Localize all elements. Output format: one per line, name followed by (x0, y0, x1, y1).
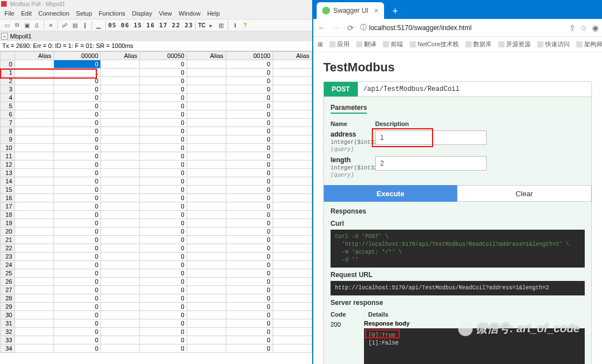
grid-cell[interactable] (273, 286, 312, 294)
menu-connection[interactable]: Connection (36, 9, 72, 18)
grid-cell[interactable] (101, 278, 140, 286)
grid-cell[interactable] (15, 127, 54, 135)
menu-view[interactable]: View (157, 9, 174, 18)
grid-cell[interactable] (101, 194, 140, 202)
profile-icon[interactable]: ◉ (592, 23, 599, 32)
grid-cell[interactable]: 0 (54, 161, 100, 169)
grid-cell[interactable]: 25 (1, 269, 15, 278)
operation-header[interactable]: POST /api/TestModbus/ReadCoil (323, 81, 592, 97)
menu-functions[interactable]: Functions (96, 9, 128, 18)
grid-cell[interactable]: 0 (140, 244, 187, 253)
grid-cell[interactable] (187, 85, 226, 94)
grid-cell[interactable] (101, 161, 140, 169)
grid-cell[interactable]: 0 (226, 94, 273, 102)
grid-cell[interactable] (15, 85, 54, 94)
grid-cell[interactable] (187, 211, 226, 219)
bookmark-item[interactable]: 前端 (383, 40, 403, 48)
grid-cell[interactable] (273, 344, 312, 353)
grid-cell[interactable]: 19 (1, 219, 15, 227)
grid-cell[interactable] (273, 219, 312, 227)
grid-cell[interactable] (15, 261, 54, 269)
grid-cell[interactable] (187, 336, 226, 344)
about-icon[interactable]: ℹ (231, 21, 240, 30)
grid-cell[interactable] (187, 261, 226, 269)
grid-cell[interactable]: 0 (226, 202, 273, 211)
grid-cell[interactable]: 0 (226, 60, 273, 69)
grid-cell[interactable]: 0 (140, 294, 187, 303)
grid-cell[interactable] (273, 269, 312, 278)
grid-cell[interactable]: 0 (140, 60, 187, 69)
grid-cell[interactable] (187, 186, 226, 194)
grid-cell[interactable] (187, 328, 226, 336)
grid-cell[interactable] (15, 152, 54, 161)
log-icon[interactable]: ▥ (217, 21, 226, 30)
length-input[interactable] (375, 156, 487, 171)
grid-cell[interactable]: 3 (1, 85, 15, 94)
toolbar-fcodes[interactable]: 05 06 15 16 17 22 23 (108, 22, 193, 29)
grid-cell[interactable] (187, 294, 226, 303)
grid-cell[interactable] (101, 319, 140, 328)
grid-cell[interactable]: 0 (54, 60, 100, 69)
grid-cell[interactable] (101, 77, 140, 85)
grid-cell[interactable] (101, 110, 140, 119)
grid-cell[interactable] (101, 152, 140, 161)
grid-cell[interactable] (15, 194, 54, 202)
grid-cell[interactable]: 29 (1, 303, 15, 311)
grid-cell[interactable]: 34 (1, 344, 15, 353)
tab-close-icon[interactable]: × (374, 6, 378, 15)
grid-cell[interactable]: 0 (140, 85, 187, 94)
grid-cell[interactable]: 1 (54, 69, 100, 77)
grid-cell[interactable] (273, 294, 312, 303)
grid-cell[interactable] (15, 303, 54, 311)
grid-cell[interactable]: 28 (1, 294, 15, 303)
grid-cell[interactable]: 0 (140, 328, 187, 336)
grid-cell[interactable]: 0 (140, 311, 187, 319)
grid-cell[interactable] (273, 169, 312, 177)
grid-cell[interactable] (15, 286, 54, 294)
grid-cell[interactable] (187, 236, 226, 244)
grid-cell[interactable]: 0 (54, 319, 100, 328)
menu-file[interactable]: File (2, 9, 17, 18)
grid-cell[interactable]: 0 (54, 77, 100, 85)
grid-cell[interactable]: 0 (140, 211, 187, 219)
grid-cell[interactable]: 0 (226, 269, 273, 278)
grid-cell[interactable]: 12 (1, 161, 15, 169)
grid-cell[interactable]: 0 (140, 336, 187, 344)
address-input[interactable] (375, 130, 487, 145)
grid-cell[interactable]: 30 (1, 311, 15, 319)
grid-cell[interactable] (187, 69, 226, 77)
grid-cell[interactable] (15, 311, 54, 319)
grid-cell[interactable]: 0 (54, 336, 100, 344)
grid-cell[interactable]: 6 (1, 110, 15, 119)
grid-cell[interactable] (273, 227, 312, 236)
grid-cell[interactable] (101, 328, 140, 336)
grid-cell[interactable]: 0 (140, 219, 187, 227)
help-icon[interactable]: ? (241, 21, 250, 30)
grid-cell[interactable]: 27 (1, 286, 15, 294)
grid-cell[interactable] (187, 102, 226, 110)
reload-icon[interactable]: ⟳ (346, 23, 356, 32)
grid-cell[interactable] (187, 202, 226, 211)
grid-cell[interactable] (101, 211, 140, 219)
grid-cell[interactable] (187, 127, 226, 135)
bookmark-item[interactable]: 快速访问 (537, 40, 570, 48)
grid-cell[interactable] (273, 336, 312, 344)
grid-cell[interactable]: 0 (140, 152, 187, 161)
grid-cell[interactable] (101, 85, 140, 94)
grid-cell[interactable]: 0 (140, 236, 187, 244)
grid-cell[interactable] (273, 69, 312, 77)
grid-cell[interactable]: 24 (1, 261, 15, 269)
grid-cell[interactable] (187, 269, 226, 278)
grid-cell[interactable]: 21 (1, 236, 15, 244)
grid-cell[interactable]: 0 (54, 177, 100, 186)
grid-cell[interactable]: 0 (226, 177, 273, 186)
grid-cell[interactable]: 5 (1, 102, 15, 110)
grid-cell[interactable]: 0 (226, 194, 273, 202)
apps-icon[interactable]: ⊞ (318, 41, 323, 48)
grid-cell[interactable]: 8 (1, 127, 15, 135)
bookmark-item[interactable]: 数据库 (465, 40, 492, 48)
grid-cell[interactable] (15, 161, 54, 169)
grid-cell[interactable] (15, 144, 54, 152)
grid-cell[interactable]: 26 (1, 278, 15, 286)
grid-cell[interactable] (187, 344, 226, 353)
